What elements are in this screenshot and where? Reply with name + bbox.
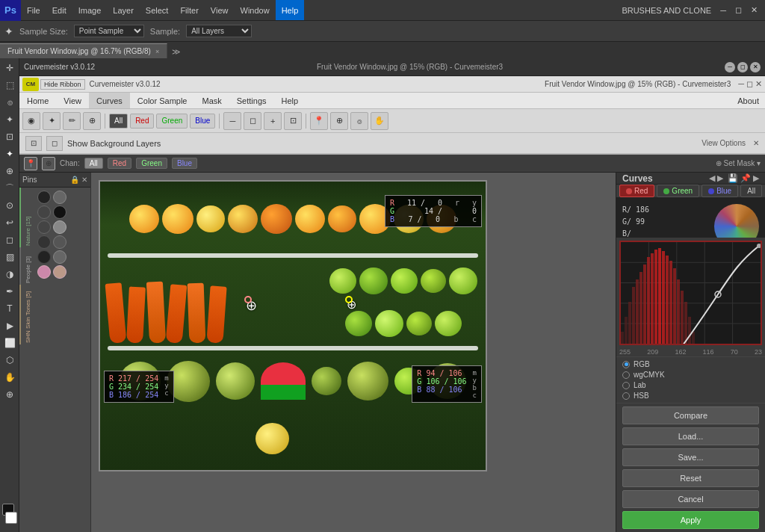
marquee-tool[interactable]: ⬚ xyxy=(1,77,18,93)
curves-green-tab[interactable]: Green xyxy=(657,185,699,197)
cm-view-btn-2[interactable]: ◻ xyxy=(46,136,63,151)
save-button[interactable]: Save... xyxy=(622,448,759,466)
curves-red-tab[interactable]: Red xyxy=(619,185,654,197)
dodge-tool[interactable]: ◑ xyxy=(1,266,18,282)
crop-tool[interactable]: ⊡ xyxy=(1,129,18,145)
pin-4[interactable] xyxy=(53,205,66,219)
cm-menu-color-sample[interactable]: Color Sample xyxy=(130,93,195,108)
cm-menu-home[interactable]: Home xyxy=(19,93,56,108)
chan-blue-btn[interactable]: Blue xyxy=(172,158,197,169)
chan-red-btn[interactable]: Red xyxy=(108,158,131,169)
hand-tool[interactable]: ✋ xyxy=(1,369,18,386)
curves-save-icon[interactable]: 💾 xyxy=(728,173,738,183)
curves-graph[interactable]: Red % ▶ xyxy=(619,241,762,345)
set-mask-btn[interactable]: ⊕ Set Mask ▾ xyxy=(716,159,761,167)
pin-6[interactable] xyxy=(53,220,66,234)
cm-zoom-normal[interactable]: ◻ xyxy=(244,112,261,130)
curves-menu-icon[interactable]: ▶ xyxy=(753,173,759,183)
gradient-tool[interactable]: ▨ xyxy=(1,249,18,265)
menu-file[interactable]: File xyxy=(21,0,46,20)
history-brush-tool[interactable]: ↩ xyxy=(1,214,18,231)
clone-tool[interactable]: ⊙ xyxy=(1,197,18,214)
pin-8[interactable] xyxy=(53,235,66,249)
cm-channel-green[interactable]: Green xyxy=(156,114,188,129)
curves-all-tab[interactable]: All xyxy=(740,185,762,197)
menu-filter[interactable]: Filter xyxy=(174,0,204,20)
lab-radio[interactable] xyxy=(622,382,630,389)
close-icon[interactable]: ✕ xyxy=(748,4,761,16)
set-mask-dropdown[interactable]: ▾ xyxy=(757,159,761,167)
heal-tool[interactable]: ⊕ xyxy=(1,163,18,179)
pin-11[interactable] xyxy=(37,265,51,279)
curves-prev-icon[interactable]: ◀ xyxy=(709,173,715,183)
move-tool[interactable]: ✛ xyxy=(1,60,18,76)
cm-channel-red[interactable]: Red xyxy=(130,114,154,129)
cm-menu-about[interactable]: About xyxy=(731,96,765,105)
brush-tool[interactable]: ⌒ xyxy=(1,180,18,197)
pin-7[interactable] xyxy=(37,235,51,249)
bg-color[interactable] xyxy=(5,512,17,524)
pin-10[interactable] xyxy=(53,250,66,264)
lasso-tool[interactable]: ⌾ xyxy=(1,94,18,111)
curves-pin-icon[interactable]: 📌 xyxy=(740,173,751,183)
sample-size-select[interactable]: Point Sample 3 by 3 Average 5 by 5 Avera… xyxy=(74,25,144,37)
pins-close-icon[interactable]: ✕ xyxy=(81,176,87,184)
compare-button[interactable]: Compare xyxy=(622,406,759,424)
cm-win-min-icon[interactable]: ─ xyxy=(738,79,744,89)
cm-channel-all[interactable]: All xyxy=(109,114,128,129)
restore-icon[interactable]: ◻ xyxy=(732,4,745,16)
cm-channel-blue[interactable]: Blue xyxy=(190,114,215,129)
cm-pin-tool[interactable]: 📍 xyxy=(310,112,328,130)
hsb-radio[interactable] xyxy=(622,392,630,400)
cm-tool-2[interactable]: ✦ xyxy=(43,112,61,130)
eraser-tool[interactable]: ◻ xyxy=(1,232,18,248)
menu-layer[interactable]: Layer xyxy=(107,0,140,20)
cm-zoom-out[interactable]: ─ xyxy=(223,112,241,130)
menu-image[interactable]: Image xyxy=(72,0,108,20)
reset-button[interactable]: Reset xyxy=(622,469,759,487)
cm-zoom-in[interactable]: + xyxy=(264,112,282,130)
curves-next-icon[interactable]: ▶ xyxy=(717,173,723,183)
cm-minimize-btn[interactable]: ─ xyxy=(725,62,735,72)
fruit-vendor-image[interactable]: ⊕ ⊕ R 11 / 0 r y xyxy=(99,180,487,471)
cm-close-btn[interactable]: ✕ xyxy=(750,62,761,72)
cm-menu-view[interactable]: View xyxy=(56,93,89,108)
pin-9[interactable] xyxy=(37,250,51,264)
load-button[interactable]: Load... xyxy=(622,427,759,445)
cancel-button[interactable]: Cancel xyxy=(622,490,759,508)
curves-blue-tab[interactable]: Blue xyxy=(701,185,738,197)
chan-all-btn[interactable]: All xyxy=(84,158,103,169)
cm-win-max-icon[interactable]: ◻ xyxy=(746,79,753,89)
cm-tool-3[interactable]: ✏ xyxy=(63,112,81,130)
view-opts-close-icon[interactable]: ✕ xyxy=(753,139,759,147)
hide-ribbon-btn[interactable]: Hide Ribbon xyxy=(40,79,85,90)
pin-2[interactable] xyxy=(53,191,66,204)
cm-win-close-icon[interactable]: ✕ xyxy=(755,79,762,89)
cm-view-btn-1[interactable]: ⊡ xyxy=(25,136,42,151)
sample-select[interactable]: All Layers Current Layer xyxy=(186,25,252,37)
cm-tool-4[interactable]: ⊕ xyxy=(83,112,101,130)
menu-window[interactable]: Window xyxy=(235,0,276,20)
shape-tool[interactable]: ⬜ xyxy=(1,335,18,351)
3d-tool[interactable]: ⬡ xyxy=(1,352,18,368)
menu-select[interactable]: Select xyxy=(140,0,175,20)
menu-view[interactable]: View xyxy=(205,0,235,20)
chan-pin-icon[interactable]: 📍 xyxy=(24,157,37,170)
path-sel-tool[interactable]: ▶ xyxy=(1,318,18,334)
cm-menu-settings[interactable]: Settings xyxy=(229,93,274,108)
tab-overflow-icon[interactable]: ≫ xyxy=(167,46,185,58)
pins-lock-icon[interactable]: 🔒 xyxy=(70,176,79,184)
cm-zoom-fit[interactable]: ⊡ xyxy=(284,112,302,130)
doc-tab-close[interactable]: × xyxy=(155,48,159,55)
zoom-tool[interactable]: ⊕ xyxy=(1,386,18,403)
cm-tool-1[interactable]: ◉ xyxy=(22,112,40,130)
type-tool[interactable]: T xyxy=(1,300,18,317)
pen-tool[interactable]: ✒ xyxy=(1,283,18,300)
menu-edit[interactable]: Edit xyxy=(46,0,72,20)
cm-menu-mask[interactable]: Mask xyxy=(194,93,229,108)
eyedropper-tool[interactable]: ✦ xyxy=(1,146,18,162)
rgb-radio[interactable] xyxy=(622,361,630,368)
cm-lasso-tool[interactable]: ⌾ xyxy=(350,112,368,130)
pin-1[interactable] xyxy=(37,191,51,204)
cm-menu-curves[interactable]: Curves xyxy=(89,93,130,108)
